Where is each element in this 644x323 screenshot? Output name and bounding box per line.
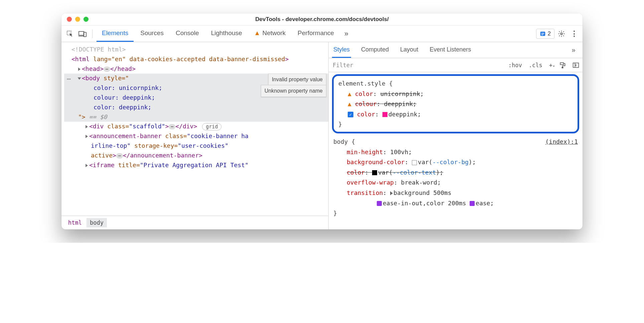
expand-shorthand-icon[interactable]: [390, 191, 393, 195]
checkbox-checked-icon[interactable]: ✓: [348, 112, 353, 117]
prop-name[interactable]: transition: [347, 189, 383, 196]
html-node[interactable]: <html lang="en" data-cookies-accepted da…: [64, 55, 328, 64]
color-swatch-icon[interactable]: [412, 160, 417, 165]
paint-icon[interactable]: [556, 62, 569, 69]
ellipsis-icon[interactable]: ⋯: [116, 153, 123, 158]
prop-value: ): [469, 158, 472, 166]
prop-value[interactable]: background 500ms: [393, 189, 451, 196]
style-declaration-unknown-prop[interactable]: ▲ colour: deeppink;: [338, 99, 573, 109]
selected-body-node[interactable]: ⋯ <body style=" color: unicornpink; colo…: [64, 74, 328, 122]
prop-name[interactable]: overflow-wrap: [347, 179, 394, 186]
dom-tree[interactable]: <!DOCTYPE html> <html lang="en" data-coo…: [61, 42, 328, 216]
tab-lighthouse[interactable]: Lighthouse: [206, 25, 248, 42]
expand-arrow-icon[interactable]: [86, 135, 88, 138]
easing-swatch-icon[interactable]: [470, 201, 475, 206]
style-declaration[interactable]: overflow-wrap: break-word;: [333, 178, 578, 188]
tab-sources[interactable]: Sources: [135, 25, 169, 42]
prop-name[interactable]: background-color: [347, 158, 405, 166]
doctype-node[interactable]: <!DOCTYPE html>: [64, 45, 328, 55]
expand-arrow-icon[interactable]: [86, 164, 88, 167]
settings-gear-icon[interactable]: [556, 28, 567, 39]
tab-network[interactable]: ▲ Network: [249, 25, 291, 42]
prop-name[interactable]: color: [355, 90, 373, 97]
minimize-window-button[interactable]: [75, 17, 80, 22]
styles-content[interactable]: element.style { ▲ color: unicornpink; ▲ …: [329, 72, 583, 229]
tab-console[interactable]: Console: [170, 25, 204, 42]
prop-value[interactable]: unicornpink: [380, 90, 420, 97]
style-line-3[interactable]: color: deeppink;: [64, 103, 328, 112]
attr-value: "cookie-banner ha: [187, 132, 249, 139]
style-declaration[interactable]: min-height: 100vh;: [333, 147, 578, 157]
css-var[interactable]: --color-text: [392, 169, 436, 176]
prop-value[interactable]: ,color 200ms: [423, 200, 470, 207]
expand-arrow-icon[interactable]: [78, 68, 80, 71]
collapse-arrow-icon[interactable]: [78, 78, 81, 80]
device-toolbar-icon[interactable]: [77, 28, 88, 39]
subtab-styles[interactable]: Styles: [332, 42, 351, 58]
inspect-element-icon[interactable]: [64, 28, 75, 39]
color-swatch-icon[interactable]: [372, 170, 377, 175]
more-tabs-icon[interactable]: »: [341, 28, 352, 39]
attr-value: "scaffold": [129, 123, 165, 130]
tab-label: Performance: [298, 29, 334, 37]
svg-point-8: [560, 33, 562, 35]
announcement-banner-node-l2[interactable]: irline-top" storage-key="user-cookies": [64, 141, 328, 151]
style-declaration-invalid-value[interactable]: ▲ color: unicornpink;: [338, 89, 573, 99]
tab-label: Elements: [102, 29, 128, 37]
style-declaration-cont[interactable]: ease-in-out,color 200ms ease;: [333, 198, 578, 209]
prop-name[interactable]: color: [347, 169, 365, 176]
attr-value: "user-cookies": [178, 142, 228, 149]
iframe-node[interactable]: <iframe title="Private Aggregation API T…: [64, 160, 328, 170]
div-scaffold-node[interactable]: <div class="scaffold">⋯</div> grid: [64, 122, 328, 131]
new-style-rule-icon[interactable]: +▾: [546, 62, 556, 69]
tab-performance[interactable]: Performance: [292, 25, 339, 42]
tab-elements[interactable]: Elements: [97, 25, 134, 42]
style-declaration-valid[interactable]: ✓ color: deeppink;: [338, 109, 573, 120]
subtab-computed[interactable]: Computed: [360, 42, 390, 58]
prop-value[interactable]: ease: [476, 200, 490, 207]
subtab-event-listeners[interactable]: Event Listeners: [428, 42, 472, 58]
source-link[interactable]: (index):1: [545, 137, 578, 147]
style-declaration[interactable]: background-color: var(--color-bg);: [333, 157, 578, 168]
prop-value[interactable]: deeppink: [384, 100, 413, 107]
prop-name[interactable]: min-height: [347, 148, 383, 155]
prop-value[interactable]: 100vh: [390, 148, 408, 155]
close-window-button[interactable]: [67, 17, 72, 22]
selector[interactable]: body {: [333, 138, 355, 145]
tab-label: Console: [176, 29, 199, 37]
selector[interactable]: element.style {: [338, 79, 573, 89]
toggle-sidebar-icon[interactable]: [569, 62, 583, 69]
more-subtabs-icon[interactable]: »: [568, 44, 579, 56]
fullscreen-window-button[interactable]: [84, 17, 89, 22]
element-style-rule: element.style { ▲ color: unicornpink; ▲ …: [332, 74, 579, 133]
issues-counter[interactable]: 2: [536, 29, 554, 39]
css-var[interactable]: --color-bg: [432, 158, 468, 166]
head-node[interactable]: <head>⋯</head>: [64, 64, 328, 74]
prop-name[interactable]: colour: [355, 100, 377, 107]
prop-value[interactable]: break-word: [401, 179, 437, 186]
more-options-icon[interactable]: ⋮: [569, 28, 580, 39]
prop-value[interactable]: ease-in-out: [383, 200, 423, 207]
actions-dots-icon[interactable]: ⋯: [67, 74, 71, 84]
style-declaration[interactable]: transition: background 500ms: [333, 188, 578, 198]
prop-value[interactable]: deeppink: [388, 111, 418, 118]
subtab-layout[interactable]: Layout: [399, 42, 420, 58]
filter-input[interactable]: Filter: [329, 59, 505, 71]
expand-arrow-icon[interactable]: [86, 125, 88, 128]
ellipsis-icon[interactable]: ⋯: [169, 124, 175, 129]
prop-name[interactable]: color: [357, 111, 375, 118]
crumb-body[interactable]: body: [87, 218, 107, 227]
color-swatch-icon[interactable]: [382, 112, 387, 117]
announcement-banner-node[interactable]: <announcement-banner class="cookie-banne…: [64, 131, 328, 141]
cls-toggle[interactable]: .cls: [525, 62, 546, 69]
attr-name: storage-key=: [131, 142, 178, 149]
style-declaration-overridden[interactable]: color: var(--color-text);: [333, 168, 578, 178]
grid-badge[interactable]: grid: [202, 123, 221, 130]
easing-swatch-icon[interactable]: [377, 201, 382, 206]
window-title: DevTools - developer.chrome.com/docs/dev…: [61, 16, 583, 23]
announcement-banner-node-l3[interactable]: active>⋯</announcement-banner>: [64, 151, 328, 160]
crumb-html[interactable]: html: [65, 218, 85, 227]
ellipsis-icon[interactable]: ⋯: [104, 67, 110, 72]
tag-name: /head: [114, 65, 132, 72]
hov-toggle[interactable]: :hov: [505, 62, 525, 69]
